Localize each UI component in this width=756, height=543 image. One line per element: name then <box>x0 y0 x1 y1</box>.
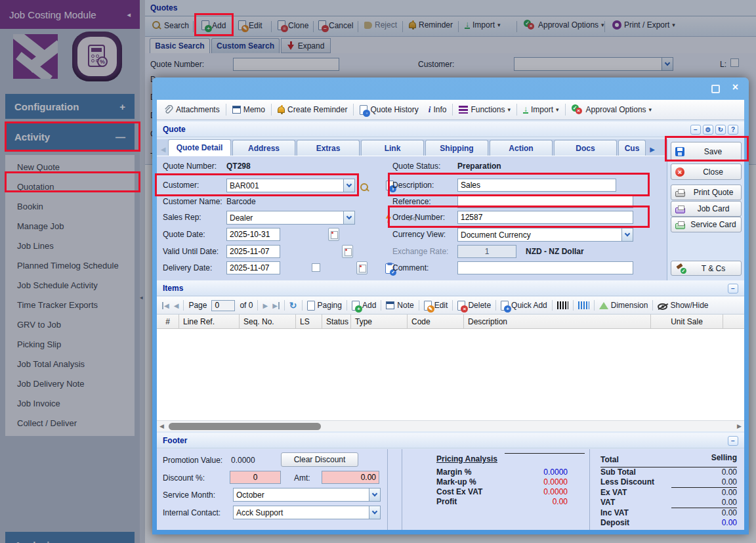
currency-view-dropdown[interactable]: Document Currency <box>457 228 633 242</box>
tab-scroll-right[interactable]: ▶ <box>647 146 658 153</box>
items-table-header: # Line Ref. Seq. No. LS Status Type Code… <box>157 315 744 329</box>
page-of-label: of 0 <box>240 301 253 310</box>
show-hide-button[interactable]: Show/Hide <box>658 301 708 310</box>
customer-input[interactable] <box>227 181 343 190</box>
paging-button[interactable]: Paging <box>307 301 342 311</box>
barcode-icon[interactable] <box>557 301 568 309</box>
item-add-button[interactable]: Add <box>352 301 376 311</box>
tab-docs[interactable]: Docs <box>554 140 617 156</box>
items-table-body[interactable] <box>157 329 744 420</box>
dropdown-arrow-icon[interactable] <box>343 179 354 192</box>
valid-until-input[interactable] <box>226 245 280 258</box>
reference-input[interactable] <box>457 195 633 208</box>
calendar-icon[interactable] <box>342 245 353 258</box>
tab-scroll-left[interactable]: ◀ <box>158 146 168 153</box>
gavel-icon <box>675 264 685 272</box>
column-header-num[interactable]: # <box>157 315 179 328</box>
page-input[interactable] <box>211 300 235 311</box>
column-header-description[interactable]: Description <box>464 315 651 328</box>
scroll-thumb[interactable] <box>169 423 321 430</box>
total-row-value: 0.00 <box>671 477 737 488</box>
settings-button[interactable]: ⚙ <box>703 125 713 135</box>
column-header-seq-no[interactable]: Seq. No. <box>240 315 296 328</box>
dialog-approval-options-button[interactable]: Approval Options▾ <box>572 105 652 114</box>
discount-input[interactable] <box>230 471 281 484</box>
close-button[interactable]: Close <box>671 163 742 180</box>
dialog-toolbar: Attachments Memo Create Reminder Quote H… <box>157 100 744 120</box>
memo-button[interactable]: Memo <box>232 105 265 114</box>
first-page-button[interactable]: ◀ <box>162 302 169 309</box>
tab-shipping[interactable]: Shipping <box>425 140 488 156</box>
tab-action[interactable]: Action <box>490 140 553 156</box>
dropdown-arrow-icon[interactable] <box>369 506 380 519</box>
barcode-blue-icon[interactable] <box>578 301 589 309</box>
total-row-value: 0.00 <box>671 467 737 477</box>
item-edit-button[interactable]: Edit <box>424 301 448 311</box>
dialog-close-icon[interactable]: × <box>732 81 738 93</box>
create-reminder-button[interactable]: Create Reminder <box>278 105 347 114</box>
print-quote-button[interactable]: Print Quote <box>671 185 742 200</box>
column-header-line-ref[interactable]: Line Ref. <box>179 315 240 328</box>
customer-dropdown[interactable] <box>226 179 355 192</box>
column-header-ls[interactable]: LS <box>296 315 322 328</box>
attachments-button[interactable]: Attachments <box>163 105 220 115</box>
tab-address[interactable]: Address <box>232 140 295 156</box>
quote-date-input[interactable] <box>226 228 280 241</box>
tab-quote-detail[interactable]: Quote Detail <box>168 139 231 156</box>
service-month-dropdown[interactable]: October <box>233 488 381 502</box>
dropdown-arrow-icon[interactable] <box>369 489 380 501</box>
column-header-type[interactable]: Type <box>351 315 408 328</box>
tab-extras[interactable]: Extras <box>297 140 360 156</box>
service-card-button[interactable]: Service Card <box>671 217 742 232</box>
scroll-left-arrow[interactable]: ◀ <box>159 423 164 429</box>
calendar-icon[interactable] <box>328 228 339 241</box>
description-input[interactable] <box>457 179 616 192</box>
sales-rep-dropdown[interactable]: Dealer <box>226 211 355 225</box>
column-header-unit-sale[interactable]: Unit Sale <box>651 315 723 328</box>
quick-add-button[interactable]: Quick Add <box>501 301 547 311</box>
delivery-checkbox[interactable] <box>312 263 320 272</box>
dialog-import-button[interactable]: ↓Import▾ <box>523 105 559 114</box>
comment-input[interactable] <box>457 261 633 274</box>
job-card-button[interactable]: Job Card <box>671 201 742 217</box>
customer-lookup-icon[interactable] <box>360 183 369 192</box>
help-button[interactable]: ? <box>728 125 738 135</box>
quote-number-label: Quote Number: <box>163 162 217 171</box>
order-number-input[interactable] <box>457 211 633 224</box>
items-hscrollbar[interactable]: ◀ ▶ <box>157 420 744 431</box>
total-row-value: 0.00 <box>671 488 737 497</box>
dropdown-arrow-icon[interactable] <box>621 228 633 241</box>
functions-button[interactable]: Functions▾ <box>459 105 511 114</box>
delivery-date-input[interactable] <box>226 261 280 274</box>
internal-contact-dropdown[interactable]: Acck Support <box>233 506 381 519</box>
scroll-right-arrow[interactable]: ▶ <box>737 423 742 429</box>
quote-history-button[interactable]: Quote History <box>360 105 418 115</box>
item-delete-button[interactable]: Delete <box>457 301 491 311</box>
quote-section-header: Quote − ⚙ ↻ ? <box>157 121 744 137</box>
column-header-code[interactable]: Code <box>408 315 464 328</box>
quote-date-label: Quote Date: <box>163 230 205 239</box>
clear-discount-button[interactable]: Clear Discount <box>281 452 358 467</box>
prev-page-button[interactable]: ◀ <box>174 302 179 309</box>
refresh-grid-icon[interactable]: ↻ <box>289 301 297 310</box>
items-collapse-button[interactable]: − <box>728 284 738 293</box>
last-page-button[interactable]: ▶ <box>272 302 280 309</box>
item-note-button[interactable]: Note <box>386 301 413 310</box>
rate-lightning-icon[interactable] <box>385 213 392 223</box>
column-header-status[interactable]: Status <box>322 315 351 328</box>
calendar-icon[interactable] <box>356 261 368 274</box>
dropdown-arrow-icon[interactable] <box>343 211 354 224</box>
next-page-button[interactable]: ▶ <box>262 302 268 309</box>
dimension-button[interactable]: Dimension <box>599 301 648 310</box>
terms-button[interactable]: T & Cs <box>671 261 742 276</box>
dialog-maximize-icon[interactable] <box>711 85 720 93</box>
amt-input[interactable] <box>322 471 379 484</box>
refresh-button[interactable]: ↻ <box>715 125 726 135</box>
save-button[interactable]: Save <box>671 142 742 161</box>
info-button[interactable]: iInfo <box>429 104 447 115</box>
collapse-button[interactable]: − <box>690 125 701 135</box>
memo-icon <box>232 106 241 114</box>
tab-cus-clipped[interactable]: Cus <box>618 140 646 156</box>
tab-link[interactable]: Link <box>361 140 424 156</box>
footer-collapse-button[interactable]: − <box>728 436 738 446</box>
